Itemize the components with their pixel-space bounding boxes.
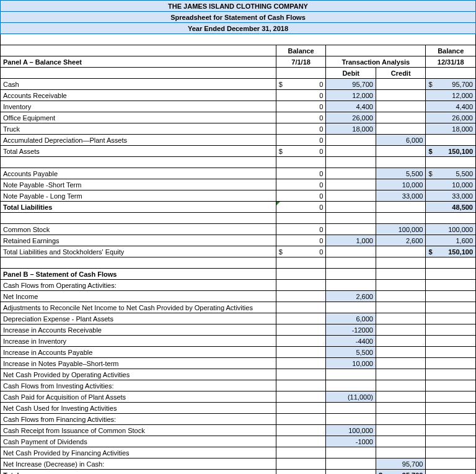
cell-credit[interactable] <box>376 146 426 157</box>
cell-debit[interactable]: 26,000 <box>326 112 376 123</box>
cell-credit[interactable] <box>376 425 426 436</box>
cell-credit[interactable] <box>376 358 426 369</box>
cell-credit[interactable]: 95,700 <box>376 458 426 470</box>
cell-credit[interactable]: 33,000 <box>376 190 426 202</box>
cell-debit[interactable]: 1,000 <box>326 235 376 246</box>
cell-credit[interactable] <box>376 369 426 380</box>
cell-bal1[interactable]: $0 <box>276 246 326 257</box>
cell-debit[interactable]: 100,000 <box>326 425 376 436</box>
cell-bal1[interactable]: 0 <box>276 224 326 235</box>
cell-credit[interactable] <box>376 302 426 313</box>
cell-credit[interactable] <box>376 436 426 447</box>
row-cf: Increase in Accounts Receivable <box>1 324 276 336</box>
cell-debit[interactable]: -12000 <box>326 324 376 336</box>
cell-bal1[interactable]: 0 <box>276 190 326 202</box>
cell-bal1[interactable]: $0 <box>276 79 326 90</box>
cell-bal2[interactable]: 48,500 <box>426 202 476 213</box>
cell-bal1[interactable]: 0 <box>276 235 326 246</box>
cell-credit[interactable] <box>376 313 426 324</box>
cell-debit[interactable] <box>326 135 376 146</box>
cell-debit[interactable] <box>326 447 376 458</box>
cell-bal1[interactable]: 0 <box>276 168 326 179</box>
cell-debit[interactable]: -4400 <box>326 336 376 347</box>
cell-bal2[interactable]: 1,600 <box>426 235 476 246</box>
cell-debit[interactable] <box>326 168 376 179</box>
cell-credit[interactable] <box>376 123 426 135</box>
cell-credit[interactable] <box>376 90 426 101</box>
cell-bal2[interactable]: $95,700 <box>426 79 476 90</box>
cell-credit[interactable]: 6,000 <box>376 135 426 146</box>
title-line2: Spreadsheet for Statement of Cash Flows <box>1 12 476 23</box>
cell-bal2[interactable]: $150,100 <box>426 246 476 257</box>
cell-credit[interactable] <box>376 324 426 336</box>
cell-credit[interactable] <box>376 246 426 257</box>
cell-debit[interactable] <box>326 202 376 213</box>
cell-credit[interactable] <box>376 291 426 302</box>
cell-credit[interactable] <box>376 403 426 414</box>
cell-debit[interactable] <box>326 179 376 190</box>
cell-credit[interactable] <box>376 414 426 425</box>
cell-bal1[interactable]: 0 <box>276 90 326 101</box>
cell <box>276 425 326 436</box>
cell-debit[interactable]: 18,000 <box>326 123 376 135</box>
cell-bal2[interactable]: 10,000 <box>426 179 476 190</box>
title-line1: THE JAMES ISLAND CLOTHING COMPANY <box>1 1 476 12</box>
cell-credit[interactable]: 5,500 <box>376 168 426 179</box>
cell-bal2[interactable] <box>426 135 476 146</box>
cell-debit[interactable]: (11,000) <box>326 391 376 403</box>
cell-bal1[interactable]: 0 <box>276 123 326 135</box>
cell-debit[interactable]: 4,400 <box>326 101 376 112</box>
blank <box>1 68 276 79</box>
cell-bal1[interactable]: 0 <box>276 179 326 190</box>
cell-bal2[interactable]: 100,000 <box>426 224 476 235</box>
cell-debit[interactable] <box>326 470 376 475</box>
cell-credit[interactable] <box>376 336 426 347</box>
cell-credit[interactable] <box>376 101 426 112</box>
cell-bal2[interactable]: 33,000 <box>426 190 476 202</box>
cell-bal2[interactable]: $150,100 <box>426 146 476 157</box>
cell-debit[interactable] <box>326 246 376 257</box>
cell-bal1[interactable]: 0 <box>276 112 326 123</box>
cell-debit[interactable]: 2,600 <box>326 291 376 302</box>
cell-debit[interactable]: 5,500 <box>326 347 376 358</box>
cell-debit[interactable]: 95,700 <box>326 79 376 90</box>
cell-credit[interactable]: $95,700 <box>376 470 426 475</box>
cell-bal1[interactable]: 0 <box>276 101 326 112</box>
cell-credit[interactable]: 100,000 <box>376 224 426 235</box>
cell-credit[interactable] <box>376 202 426 213</box>
cell-credit[interactable] <box>376 79 426 90</box>
cell-debit[interactable] <box>326 369 376 380</box>
cell-debit[interactable] <box>326 302 376 313</box>
cell-credit[interactable] <box>376 380 426 391</box>
cell-credit[interactable] <box>376 447 426 458</box>
cell-bal1[interactable]: 0 <box>276 135 326 146</box>
cell-credit[interactable] <box>376 112 426 123</box>
cell-credit[interactable] <box>376 280 426 291</box>
cell-debit[interactable]: 12,000 <box>326 90 376 101</box>
row-equity: Total Liabilities and Stockholders' Equi… <box>1 246 276 257</box>
cell-debit[interactable]: -1000 <box>326 436 376 447</box>
cell-debit[interactable] <box>326 224 376 235</box>
cell-bal2[interactable]: $5,500 <box>426 168 476 179</box>
cell-debit[interactable]: 10,000 <box>326 358 376 369</box>
cell-bal1[interactable]: $0 <box>276 146 326 157</box>
cell-debit[interactable] <box>326 414 376 425</box>
row-cf: Cash Payment of Dividends <box>1 436 276 447</box>
cell-debit[interactable] <box>326 380 376 391</box>
cell-bal1[interactable]: 0 <box>276 202 326 213</box>
row-cf: Net Increase (Decrease) in Cash: <box>1 458 276 470</box>
cell-credit[interactable]: 10,000 <box>376 179 426 190</box>
cell-debit[interactable] <box>326 190 376 202</box>
cell-bal2[interactable]: 12,000 <box>426 90 476 101</box>
cell-bal2[interactable]: 26,000 <box>426 112 476 123</box>
cell-debit[interactable] <box>326 458 376 470</box>
cell-bal2[interactable]: 4,400 <box>426 101 476 112</box>
cell-credit[interactable]: 2,600 <box>376 235 426 246</box>
cell-bal2[interactable]: 18,000 <box>426 123 476 135</box>
cell-debit[interactable] <box>326 403 376 414</box>
cell-credit[interactable] <box>376 391 426 403</box>
cell-debit[interactable] <box>326 146 376 157</box>
cell-debit[interactable]: 6,000 <box>326 313 376 324</box>
cell-credit[interactable] <box>376 347 426 358</box>
cell-debit[interactable] <box>326 280 376 291</box>
